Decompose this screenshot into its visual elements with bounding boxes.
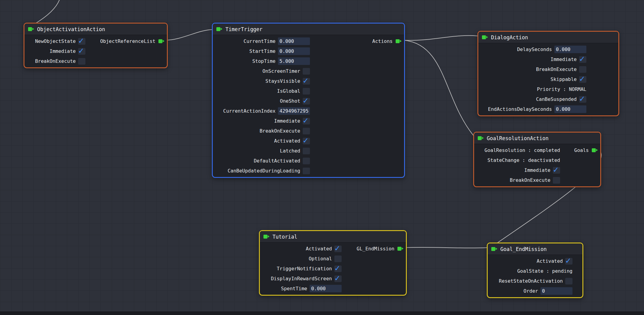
checkbox[interactable] <box>579 66 586 73</box>
checkbox[interactable] <box>303 98 310 104</box>
checkbox[interactable] <box>303 138 310 144</box>
output-port-icon[interactable] <box>396 39 402 43</box>
property-label: Immediate <box>550 56 577 62</box>
checkbox[interactable] <box>565 278 572 284</box>
property-row: StopTime <box>213 56 404 66</box>
node-header-port-icon[interactable] <box>478 136 484 140</box>
node-dialogaction[interactable]: DialogAction DelaySeconds Immediate Brea… <box>477 31 619 116</box>
checkbox[interactable] <box>78 58 85 65</box>
checkbox[interactable] <box>78 38 85 45</box>
checkbox[interactable] <box>78 48 85 55</box>
node-header[interactable]: ObjectActivationAction <box>24 24 167 35</box>
property-label: OneShot <box>280 98 300 104</box>
property-label: Latched <box>280 148 300 154</box>
output-label: Goals <box>574 147 589 153</box>
checkbox[interactable] <box>334 256 342 262</box>
node-timertrigger[interactable]: TimerTrigger CurrentTime StartTime StopT… <box>212 23 405 178</box>
checkbox[interactable] <box>303 78 310 85</box>
property-label: IsGlobal <box>277 88 300 94</box>
node-header-port-icon[interactable] <box>482 35 488 39</box>
connection-wire[interactable] <box>404 247 487 248</box>
property-row: TriggerNotification <box>260 264 406 274</box>
property-row: DelaySeconds <box>478 44 618 54</box>
node-graph-canvas[interactable]: ObjectActivationAction NewObjectState Im… <box>0 0 644 315</box>
output-port-icon[interactable] <box>397 247 403 251</box>
property-row: OnScreenTimer <box>213 66 404 76</box>
value-input[interactable] <box>278 37 310 45</box>
property-row: Skippable <box>478 74 618 84</box>
output-port-icon[interactable] <box>592 148 598 152</box>
property-static-value: GoalResolution : completed <box>485 147 560 153</box>
connection-wire[interactable] <box>403 36 478 40</box>
checkbox[interactable] <box>334 275 342 282</box>
node-goalresolutionaction[interactable]: GoalResolutionAction GoalResolution : co… <box>473 132 601 187</box>
property-label: BreakOnExecute <box>536 66 577 72</box>
property-label: Immediate <box>274 118 300 124</box>
checkbox[interactable] <box>303 158 310 164</box>
output-port-icon[interactable] <box>158 39 164 43</box>
output-label: GL_EndMission <box>357 246 394 252</box>
property-label: Activated <box>537 258 563 264</box>
property-row: Immediate <box>213 116 404 126</box>
property-label: Order <box>524 288 538 294</box>
property-label: CurrentTime <box>244 38 276 44</box>
node-objectactivationaction[interactable]: ObjectActivationAction NewObjectState Im… <box>24 23 168 68</box>
property-label: DisplayInRewardScreen <box>271 276 332 281</box>
node-header[interactable]: Goal_EndMission <box>488 243 582 255</box>
property-row: CurrentActionIndex <box>213 106 404 116</box>
checkbox[interactable] <box>553 177 560 184</box>
node-header-port-icon[interactable] <box>28 27 34 31</box>
value-input[interactable] <box>310 285 342 292</box>
node-header[interactable]: TimerTrigger <box>213 24 404 35</box>
checkbox[interactable] <box>303 128 310 134</box>
node-header[interactable]: Tutorial <box>260 231 406 243</box>
property-label: NewObjectState <box>35 38 76 44</box>
property-row: BreakOnExecute <box>24 56 167 66</box>
checkbox[interactable] <box>565 258 572 265</box>
node-header-port-icon[interactable] <box>263 235 269 239</box>
property-row: CanBeSuspended <box>478 94 618 104</box>
node-outputs: GL_EndMission <box>357 244 403 254</box>
value-input[interactable] <box>554 46 586 53</box>
checkbox[interactable] <box>553 167 560 174</box>
node-header[interactable]: GoalResolutionAction <box>474 133 600 144</box>
property-static-value: GoalState : pending <box>517 268 572 274</box>
checkbox[interactable] <box>303 148 310 154</box>
value-input[interactable] <box>278 107 310 115</box>
node-header-port-icon[interactable] <box>491 247 497 251</box>
checkbox[interactable] <box>579 76 586 83</box>
checkbox[interactable] <box>334 246 342 252</box>
checkbox[interactable] <box>303 168 310 174</box>
property-row: EndActionsDelaySeconds <box>478 104 618 114</box>
value-input[interactable] <box>540 287 572 295</box>
connection-wire[interactable] <box>403 40 473 136</box>
node-header-port-icon[interactable] <box>216 27 222 31</box>
connection-wire[interactable] <box>165 30 212 40</box>
checkbox[interactable] <box>303 118 310 124</box>
checkbox[interactable] <box>334 265 342 272</box>
checkbox[interactable] <box>579 96 586 103</box>
property-row: StartTime <box>213 46 404 56</box>
property-row: Immediate <box>478 54 618 64</box>
property-label: BreakOnExecute <box>35 58 76 64</box>
property-label: TriggerNotification <box>277 266 332 272</box>
connection-wire[interactable] <box>35 0 60 24</box>
node-title: DialogAction <box>491 34 528 40</box>
checkbox[interactable] <box>303 68 310 75</box>
property-row: CanBeUpdatedDuringLoading <box>213 166 404 176</box>
output-label: Actions <box>372 38 393 44</box>
property-label: CurrentActionIndex <box>223 108 276 114</box>
property-row: Order <box>488 286 582 296</box>
checkbox[interactable] <box>303 88 310 95</box>
value-input[interactable] <box>278 47 310 55</box>
property-label: Skippable <box>550 76 577 82</box>
checkbox[interactable] <box>579 56 586 63</box>
node-header[interactable]: DialogAction <box>478 32 618 43</box>
value-input[interactable] <box>554 105 586 113</box>
output-label: ObjectReferenceList <box>100 38 155 44</box>
node-tutorial[interactable]: Tutorial Activated Optional TriggerNotif… <box>259 230 407 296</box>
value-input[interactable] <box>278 57 310 65</box>
property-row: Immediate <box>24 46 167 56</box>
node-title: TimerTrigger <box>225 26 263 32</box>
node-goal-endmission[interactable]: Goal_EndMission Activated GoalState : pe… <box>487 243 583 298</box>
